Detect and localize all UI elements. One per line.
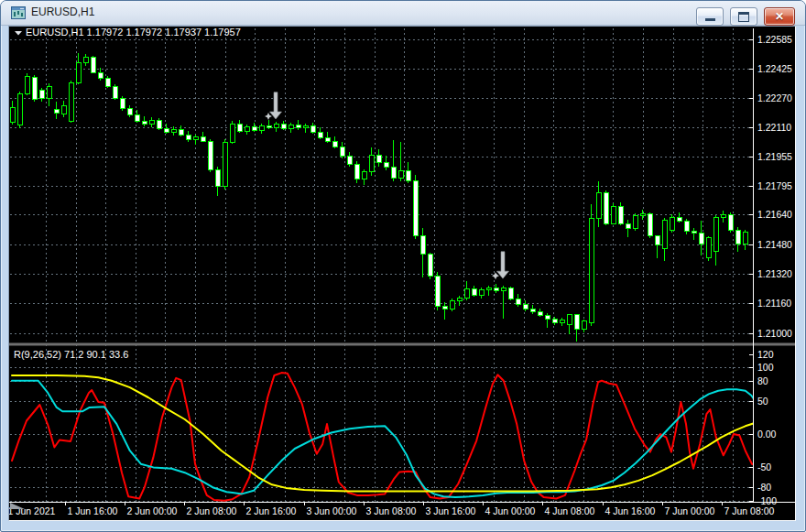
candle-body [259, 125, 264, 130]
candle-body [684, 221, 689, 231]
time-axis-label: 2 Jun 16:00 [246, 505, 297, 516]
candle-body [406, 171, 410, 181]
restore-button[interactable] [730, 7, 757, 26]
candle-body [662, 220, 667, 248]
candle-body [83, 57, 88, 62]
candle-body [472, 288, 476, 295]
price-axis-label: 1.21795 [757, 180, 792, 191]
candle-body [98, 72, 103, 78]
candle-body [223, 142, 227, 187]
candle-body [289, 125, 293, 128]
candle-body [618, 206, 623, 223]
chart-window-icon [11, 5, 26, 20]
candle-body [193, 136, 198, 139]
candle-body [508, 288, 513, 299]
candle-body [69, 83, 73, 122]
candle-body [362, 172, 366, 179]
time-axis-label: 2 Jun 00:00 [127, 505, 178, 516]
titlebar[interactable]: EURUSD,H1 ✕ [1, 1, 805, 26]
candle-body [54, 110, 59, 114]
candle-body [113, 87, 117, 99]
candle-body [545, 316, 550, 320]
candle-body [596, 192, 601, 218]
time-axis-label: 1 Jun 16:00 [68, 505, 118, 516]
candle-body [10, 108, 15, 122]
candle-body [464, 288, 469, 298]
candle-body [516, 299, 520, 304]
minimize-icon [705, 18, 715, 21]
panel-splitter[interactable] [9, 343, 795, 346]
candle-body [32, 78, 37, 100]
candle-body [530, 309, 535, 312]
time-axis-label: 4 Jun 00:00 [485, 505, 536, 516]
candle-body [340, 147, 344, 156]
candle-body [354, 165, 359, 179]
candle-body [582, 321, 586, 330]
price-axis-label: 1.21480 [757, 239, 792, 250]
candle-body [552, 320, 557, 323]
indicator-axis-label: -50 [757, 461, 771, 472]
indicator-axis-label: 80 [757, 375, 768, 386]
candle-body [120, 99, 125, 109]
indicator-axis-label: 100 [757, 362, 774, 373]
candle-body [457, 298, 462, 300]
candle-body [208, 141, 212, 169]
candle-body [486, 288, 491, 289]
time-axis-label: 2 Jun 08:00 [187, 505, 237, 516]
candle-body [76, 62, 81, 82]
time-axis-label: 7 Jun 08:00 [724, 505, 775, 516]
price-axis-label: 1.21955 [757, 151, 792, 162]
candle-body [230, 124, 234, 142]
indicator-axis-label: 0.00 [757, 429, 777, 440]
candle-body [274, 124, 278, 127]
candle-body [39, 91, 44, 99]
candle-body [648, 213, 652, 235]
candle-body [435, 276, 440, 306]
candle-body [186, 135, 191, 139]
chart-canvas[interactable]: 1.225851.224251.222701.221101.219551.217… [9, 27, 795, 520]
indicator-axis-label: 50 [757, 396, 768, 407]
candle-body [692, 232, 696, 233]
candle-body [574, 315, 579, 330]
candle-body [589, 218, 594, 322]
candle-body [728, 214, 733, 230]
candle-body [633, 215, 637, 228]
candle-body [677, 217, 681, 221]
indicator-label: R(9,26,52) 71.2 90.1 33.6 [14, 349, 128, 360]
candle-body [201, 136, 205, 141]
candle-body [391, 168, 396, 179]
candle-body [494, 288, 498, 290]
time-axis-label: 3 Jun 00:00 [307, 505, 357, 516]
candle-body [47, 87, 51, 99]
candle-body [325, 137, 330, 141]
candle-body [157, 120, 161, 128]
close-button[interactable]: ✕ [764, 7, 795, 26]
candle-body [501, 288, 506, 290]
time-axis-label: 7 Jun 00:00 [665, 505, 715, 516]
candle-body [171, 129, 176, 132]
candle-body [310, 125, 315, 132]
chart-ohlc-header: EURUSD,H1 1.17972 1.17972 1.17937 1.1795… [26, 27, 241, 38]
candle-body [670, 217, 674, 230]
minimize-button[interactable] [696, 7, 724, 26]
window-title: EURUSD,H1 [31, 1, 94, 24]
candle-body [149, 120, 154, 124]
price-axis-label: 1.22425 [757, 63, 792, 74]
mt4-chart-window: EURUSD,H1 ✕ 1.225851.224251.222701.22110… [0, 0, 806, 532]
price-axis-label: 1.22110 [757, 122, 791, 133]
candle-body [428, 255, 432, 276]
candle-body [296, 125, 300, 127]
candle-body [127, 109, 132, 114]
candle-body [567, 315, 572, 325]
candle-body [655, 236, 659, 245]
close-icon: ✕ [775, 11, 784, 22]
candle-body [347, 157, 352, 165]
candle-body [237, 124, 242, 131]
candle-body [267, 125, 271, 127]
price-axis-label: 1.21000 [757, 328, 792, 339]
candle-body [626, 223, 630, 228]
candle-body [640, 213, 645, 215]
candle-body [25, 77, 29, 94]
candle-body [560, 320, 564, 323]
candle-body [450, 300, 454, 309]
